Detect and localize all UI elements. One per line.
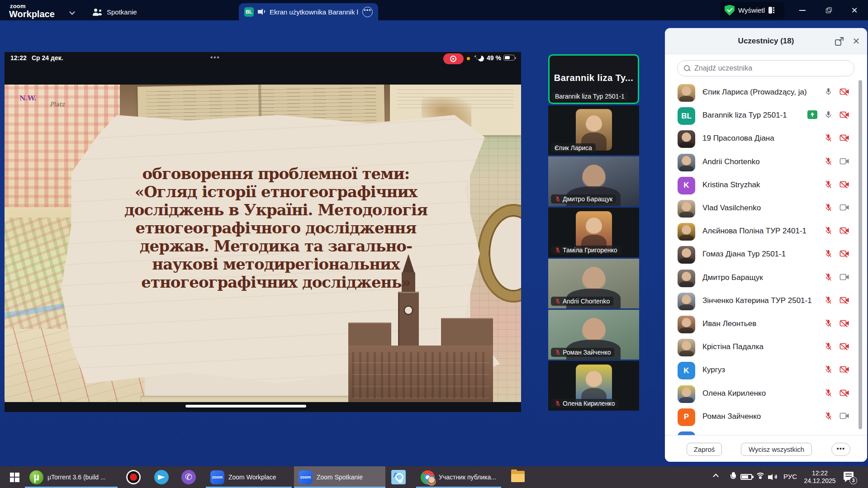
close-button[interactable]: ✕	[844, 0, 865, 20]
tray-language[interactable]: РУС	[783, 473, 797, 480]
camera-off-icon[interactable]	[840, 296, 849, 304]
zoom-spotkanie-label: Zoom Spotkanie	[317, 474, 363, 481]
camera-off-icon[interactable]	[840, 319, 849, 327]
taskbar-telegram-icon[interactable]	[154, 470, 169, 484]
camera-icon[interactable]	[840, 157, 849, 165]
taskbar-search-app-icon[interactable]	[391, 470, 406, 484]
participant-row[interactable]: 19 Прасолова Діана	[665, 128, 867, 151]
muted-mic-icon	[555, 196, 560, 203]
mic-muted-icon[interactable]	[824, 342, 833, 351]
video-tile-7[interactable]: Олена Кириленко	[548, 361, 639, 411]
mic-muted-icon[interactable]	[824, 203, 833, 212]
security-button[interactable]: Wyświetl	[720, 2, 784, 19]
camera-icon[interactable]	[840, 204, 849, 211]
panel-close-icon[interactable]: ✕	[851, 36, 861, 46]
tray-chevron-icon[interactable]	[713, 474, 719, 479]
mic-icon[interactable]	[824, 110, 833, 119]
participant-row[interactable]: Єпик Лариса (Prowadzący, ja)	[665, 81, 867, 104]
camera-off-icon[interactable]	[840, 250, 849, 257]
popout-icon[interactable]	[835, 36, 844, 46]
video-tile-6[interactable]: Роман Зайченко	[548, 310, 639, 360]
tray-volume-icon[interactable]	[768, 473, 777, 481]
camera-off-icon[interactable]	[840, 180, 849, 188]
camera-off-icon[interactable]	[840, 227, 849, 234]
participant-name: Зінченко Катерина ТУР 2501-1	[702, 296, 812, 305]
camera-off-icon[interactable]	[840, 88, 849, 95]
participant-row[interactable]: PРоман Зайченко	[665, 406, 867, 429]
taskbar-recorder-icon[interactable]	[126, 470, 141, 484]
participant-name: Крістіна Падалка	[702, 342, 764, 351]
camera-off-icon[interactable]	[840, 342, 849, 350]
video-tile-5[interactable]: Andrii Chortenko	[548, 259, 639, 308]
video-tile-2[interactable]: Єпик Лариса	[548, 105, 639, 155]
mic-icon[interactable]	[824, 87, 833, 96]
tab-spotkanie[interactable]: Spotkanie	[93, 4, 137, 20]
camera-icon[interactable]	[840, 412, 849, 420]
tray-mic-icon[interactable]	[730, 472, 736, 481]
mic-muted-icon[interactable]	[824, 180, 833, 189]
footer-more-button[interactable]: •••	[831, 443, 850, 456]
tab-more-icon[interactable]: •••	[362, 7, 373, 17]
minimize-button[interactable]	[792, 0, 813, 20]
participant-row[interactable]: BLBarannik liza Typ 2501-1	[665, 104, 867, 128]
participant-row[interactable]: KKristina Stryzhak	[665, 174, 867, 197]
mic-muted-icon[interactable]	[824, 226, 833, 235]
participant-row[interactable]: Зінченко Катерина ТУР 2501-1	[665, 290, 867, 313]
mic-muted-icon[interactable]	[824, 133, 833, 142]
mic-muted-icon[interactable]	[824, 389, 833, 397]
participant-name: Иван Леонтьев	[702, 319, 756, 328]
participant-row[interactable]: Крістіна Падалка	[665, 336, 867, 359]
shared-screen: 12:22 Ср 24 дек. ••• 49 % N.W. Platz	[5, 52, 521, 412]
camera-off-icon[interactable]	[840, 389, 849, 397]
participant-row[interactable]: Олена Кириленко	[665, 383, 867, 406]
camera-off-icon[interactable]	[840, 365, 849, 373]
chevron-down-icon[interactable]	[69, 9, 75, 15]
invite-button[interactable]: Zaproś	[687, 443, 722, 456]
mute-all-button[interactable]: Wycisz wszystkich	[741, 443, 812, 456]
view-button-label: Wyświetl	[738, 6, 765, 14]
taskbar-chrome[interactable]: Участник публика...	[416, 466, 501, 488]
participant-row[interactable]: Иван Леонтьев	[665, 313, 867, 336]
mic-muted-icon[interactable]	[824, 319, 833, 327]
camera-icon[interactable]	[840, 273, 849, 281]
taskbar-explorer-icon[interactable]	[511, 471, 526, 483]
tray-clock[interactable]: 12:22 24.12.2025	[801, 469, 839, 485]
camera-off-icon[interactable]	[840, 111, 849, 118]
tab-screen-share[interactable]: BL Ekran użytkownika Barannik l •••	[239, 3, 378, 20]
participant-row[interactable]: Гомаз Діана Тур 2501-1	[665, 243, 867, 266]
tray-battery-icon[interactable]	[740, 474, 752, 480]
zoom-icon: zoom	[210, 470, 224, 484]
mic-muted-icon[interactable]	[824, 249, 833, 258]
notification-icon[interactable]: 3	[844, 472, 855, 483]
avatar: K	[678, 177, 695, 194]
mic-muted-icon[interactable]	[824, 412, 833, 420]
avatar: BL	[678, 107, 695, 125]
participant-row[interactable]: Алєйнова Поліна ТУР 2401-1	[665, 220, 867, 243]
participants-panel: Uczestnicy (18) ✕ Znajdź uczestnika Єпик…	[665, 28, 867, 462]
participant-row[interactable]: Andrii Chortenko	[665, 151, 867, 174]
participant-name: Олена Кириленко	[702, 389, 766, 398]
mic-muted-icon[interactable]	[824, 273, 833, 281]
tray-wifi-icon[interactable]	[755, 473, 765, 481]
taskbar-viber-icon[interactable]	[181, 470, 196, 484]
taskbar-utorrent[interactable]: µTorrent 3.6 (build ...	[25, 466, 118, 488]
video-tile-1[interactable]: Barannik liza Ty...Barannik liza Typ 250…	[548, 54, 639, 104]
taskbar-zoom-spotkanie[interactable]: zoom Zoom Spotkanie	[294, 466, 385, 488]
scrollbar[interactable]	[859, 80, 862, 429]
slide-map-bottom-center	[140, 396, 353, 402]
maximize-button[interactable]	[818, 0, 839, 20]
avatar	[678, 223, 695, 241]
taskbar-zoom-workplace[interactable]: zoom Zoom Workplace	[206, 466, 292, 488]
participant-row[interactable]: KКургуз	[665, 359, 867, 382]
video-tile-3[interactable]: Дмитро Баращук	[548, 156, 639, 206]
participant-row[interactable]: Vlad Vasilchenko	[665, 197, 867, 220]
start-button[interactable]	[6, 466, 23, 488]
tab-spotkanie-label: Spotkanie	[107, 8, 137, 16]
mic-muted-icon[interactable]	[824, 296, 833, 304]
mic-muted-icon[interactable]	[824, 157, 833, 166]
search-input[interactable]: Znajdź uczestnika	[677, 60, 854, 76]
video-tile-4[interactable]: Таміла Григоренко	[548, 208, 639, 257]
camera-off-icon[interactable]	[840, 134, 849, 142]
participant-row[interactable]: Дмитро Баращук	[665, 267, 867, 290]
mic-muted-icon[interactable]	[824, 365, 833, 374]
